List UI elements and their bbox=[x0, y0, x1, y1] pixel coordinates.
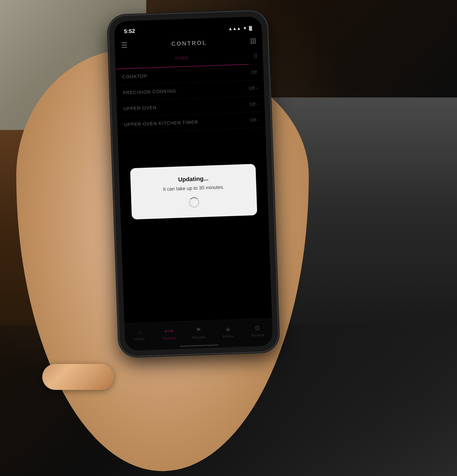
volume-mute-button[interactable] bbox=[109, 74, 111, 94]
modal-title: Updating... bbox=[137, 174, 249, 185]
bracelet bbox=[42, 364, 114, 390]
wifi-icon: ▼ bbox=[243, 26, 247, 31]
modal-subtitle: It can take up to 30 minutes. bbox=[137, 183, 250, 193]
notch bbox=[162, 18, 214, 31]
signal-icon: ▲▲▲ bbox=[228, 26, 241, 31]
menu-list: COOKTOP Off PRECISION COOKING Off › bbox=[116, 64, 272, 323]
app-content: ☰ CONTROL OVEN ⠿ bbox=[114, 32, 273, 351]
volume-down-button[interactable] bbox=[111, 126, 112, 146]
phone: 5:52 ▲▲▲ ▼ ▓ ☰ CONTROL bbox=[108, 10, 279, 357]
updating-modal-overlay: Updating... It can take up to 30 minutes… bbox=[114, 32, 273, 351]
status-icons: ▲▲▲ ▼ ▓ bbox=[228, 25, 252, 31]
phone-screen: 5:52 ▲▲▲ ▼ ▓ ☰ CONTROL bbox=[114, 16, 273, 351]
loading-spinner bbox=[189, 197, 199, 208]
battery-icon: ▓ bbox=[249, 25, 252, 30]
volume-up-button[interactable] bbox=[110, 100, 111, 120]
phone-body: 5:52 ▲▲▲ ▼ ▓ ☰ CONTROL bbox=[108, 10, 279, 357]
status-time: 5:52 bbox=[124, 28, 135, 35]
updating-modal: Updating... It can take up to 30 minutes… bbox=[130, 164, 257, 219]
